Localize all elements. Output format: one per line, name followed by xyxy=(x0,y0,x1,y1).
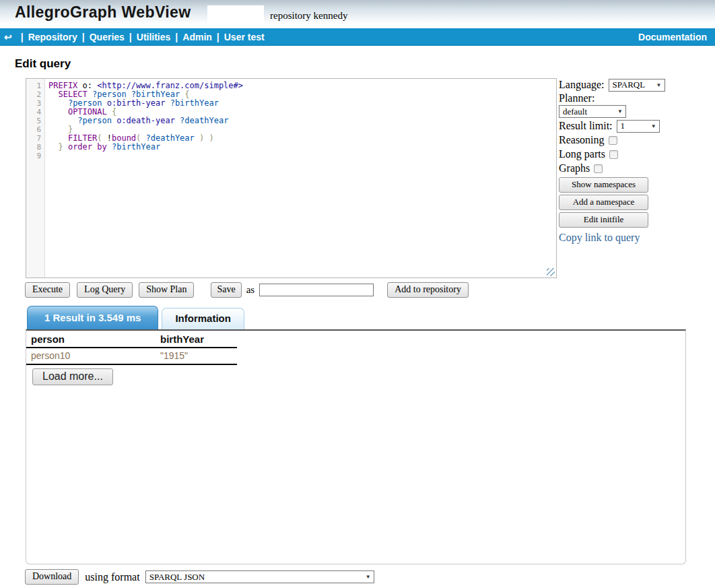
chevron-down-icon: ▼ xyxy=(617,108,623,115)
code-line: 8 } order by ?birthYear xyxy=(26,143,556,152)
line-number: 1 xyxy=(26,81,45,90)
code-text: } order by ?birthYear xyxy=(45,143,160,152)
planner-label: Planner: xyxy=(559,92,700,104)
graphs-label: Graphs xyxy=(559,162,590,174)
code-text xyxy=(45,152,48,160)
query-code: 1PREFIX o: <http://www.franz.com/simple#… xyxy=(26,79,556,160)
nav-item-repository[interactable]: Repository xyxy=(28,32,77,42)
line-number: 5 xyxy=(26,117,45,125)
action-buttons-row: Execute Log Query Show Plan Save as Add … xyxy=(25,282,715,297)
results-tabs: 1 Result in 3.549 ms Information xyxy=(27,306,715,329)
chevron-down-icon: ▼ xyxy=(656,82,662,88)
column-header-birthYear: birthYear xyxy=(156,331,237,348)
save-as-label: as xyxy=(246,284,255,296)
chevron-down-icon: ▼ xyxy=(651,123,656,129)
nav-separator: | xyxy=(21,32,24,42)
planner-select[interactable]: default ▼ xyxy=(559,105,626,118)
nav-item-utilities[interactable]: Utilities xyxy=(137,32,171,42)
long-parts-label: Long parts xyxy=(559,148,605,160)
reasoning-checkbox[interactable] xyxy=(609,136,617,145)
save-button[interactable]: Save xyxy=(211,282,241,298)
line-number: 8 xyxy=(26,143,45,152)
editor-resize-grip[interactable] xyxy=(547,268,555,276)
edit-initfile-button[interactable]: Edit initfile xyxy=(559,212,648,228)
result-limit-select[interactable]: 1 ▼ xyxy=(617,120,660,133)
nav-item-admin[interactable]: Admin xyxy=(182,32,212,42)
nav-separator: | xyxy=(175,32,178,42)
app-title: AllegroGraph WebView xyxy=(15,3,191,22)
nav-documentation-link[interactable]: Documentation xyxy=(638,32,707,42)
line-number: 4 xyxy=(26,108,45,117)
long-parts-checkbox[interactable] xyxy=(609,150,618,159)
reasoning-label: Reasoning xyxy=(559,134,605,146)
results-table: personbirthYear person10"1915" xyxy=(26,331,237,365)
nav-separator: | xyxy=(82,32,85,42)
nav-bar: ↩ |Repository|Queries|Utilities|Admin|Us… xyxy=(0,28,715,46)
graphs-checkbox[interactable] xyxy=(594,164,603,173)
show-namespaces-button[interactable]: Show namespaces xyxy=(559,177,648,193)
result-cell[interactable]: "1915" xyxy=(156,348,237,364)
nav-item-user-test[interactable]: User test xyxy=(224,32,265,42)
tab-results[interactable]: 1 Result in 3.549 ms xyxy=(27,306,158,329)
query-options-panel: Language: SPARQL ▼ Planner: default ▼ Re… xyxy=(559,78,700,244)
table-row: person10"1915" xyxy=(26,348,237,364)
header: AllegroGraph WebView repository kennedy xyxy=(0,0,715,28)
language-label: Language: xyxy=(559,79,605,91)
line-number: 7 xyxy=(26,134,45,143)
load-more-button[interactable]: Load more... xyxy=(32,368,113,385)
editor-options-row: 1PREFIX o: <http://www.franz.com/simple#… xyxy=(26,78,715,278)
back-arrow-icon[interactable]: ↩ xyxy=(4,32,12,42)
using-format-label: using format xyxy=(85,571,139,583)
copy-link-to-query[interactable]: Copy link to query xyxy=(559,232,640,244)
nav-item-queries[interactable]: Queries xyxy=(90,32,125,42)
results-panel: personbirthYear person10"1915" Load more… xyxy=(26,329,686,564)
line-number: 3 xyxy=(26,99,45,108)
tab-information[interactable]: Information xyxy=(162,308,244,329)
execute-button[interactable]: Execute xyxy=(25,282,70,298)
chevron-down-icon: ▼ xyxy=(366,574,371,580)
column-header-person: person xyxy=(26,331,156,348)
line-number: 2 xyxy=(26,90,45,99)
add-to-repository-button[interactable]: Add to repository xyxy=(387,282,469,298)
download-row: Download using format SPARQL JSON ▼ xyxy=(25,569,715,585)
format-select[interactable]: SPARQL JSON ▼ xyxy=(145,570,374,583)
page-title: Edit query xyxy=(15,57,715,71)
code-line: 5 ?person o:death-year ?deathYear xyxy=(26,117,556,125)
repository-label: repository kennedy xyxy=(270,10,347,22)
line-number: 9 xyxy=(26,152,45,160)
query-editor[interactable]: 1PREFIX o: <http://www.franz.com/simple#… xyxy=(26,78,557,278)
header-blank-field xyxy=(207,5,264,23)
result-limit-label: Result limit: xyxy=(559,120,613,132)
add-namespace-button[interactable]: Add a namespace xyxy=(559,195,648,210)
code-line: 9 xyxy=(26,152,556,160)
log-query-button[interactable]: Log Query xyxy=(77,282,133,298)
nav-separator: | xyxy=(217,32,219,42)
line-number: 6 xyxy=(26,125,45,134)
show-plan-button[interactable]: Show Plan xyxy=(139,282,194,298)
nav-separator: | xyxy=(129,32,132,42)
save-as-input[interactable] xyxy=(259,284,374,296)
download-button[interactable]: Download xyxy=(25,569,79,585)
table-header-row: personbirthYear xyxy=(26,331,237,348)
result-cell[interactable]: person10 xyxy=(26,348,156,364)
language-select[interactable]: SPARQL ▼ xyxy=(609,79,665,92)
